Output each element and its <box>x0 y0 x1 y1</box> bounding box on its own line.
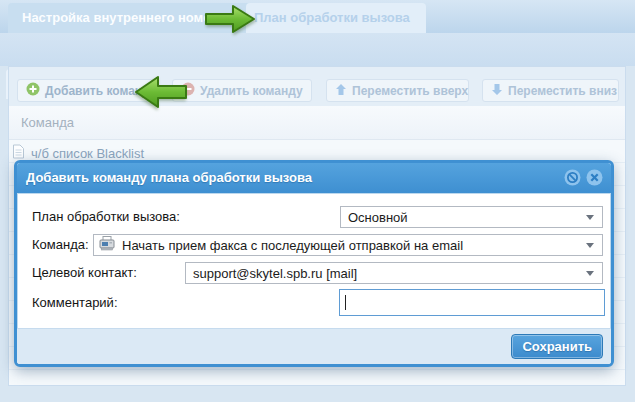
dialog-titlebar[interactable]: Добавить команду плана обработки вызова <box>17 163 611 193</box>
dialog-title: Добавить команду плана обработки вызова <box>26 170 312 185</box>
delete-command-button[interactable]: Удалить команду <box>172 79 312 102</box>
move-down-label: Переместить вниз <box>508 84 617 98</box>
comment-input[interactable] <box>339 289 605 316</box>
plan-select-value: Основной <box>341 210 586 225</box>
app-window: Настройка внутреннего номера План обрабо… <box>0 0 635 402</box>
green-arrow-right-icon <box>204 3 256 39</box>
list-item-label: ч/б список Blacklist <box>31 146 144 161</box>
target-contact-select[interactable]: support@skytel.spb.ru [mail] <box>185 262 603 284</box>
chevron-down-icon <box>586 215 594 220</box>
grid-column-header: Команда <box>9 106 625 140</box>
move-up-button[interactable]: Переместить вверх <box>326 79 469 102</box>
move-up-label: Переместить вверх <box>352 84 468 98</box>
add-circle-icon <box>26 82 40 99</box>
plan-select[interactable]: Основной <box>340 206 603 228</box>
fax-icon <box>99 236 115 255</box>
move-down-button[interactable]: Переместить вниз <box>482 79 619 102</box>
slash-circle-icon[interactable] <box>564 169 581 186</box>
add-command-dialog: Добавить команду плана обработки вызова … <box>14 160 614 367</box>
plan-field-label: План обработки вызова: <box>32 206 180 228</box>
command-select-value: Начать прием факса с последующей отправк… <box>115 238 586 253</box>
command-field-label: Команда: <box>32 234 89 256</box>
target-contact-label: Целевой контакт: <box>32 262 137 284</box>
save-button[interactable]: Сохранить <box>511 334 603 359</box>
arrow-down-icon <box>491 83 503 99</box>
close-icon[interactable] <box>586 169 603 186</box>
delete-command-label: Удалить команду <box>200 84 303 98</box>
green-arrow-left-icon <box>134 74 188 114</box>
comment-field-wrap <box>339 289 605 316</box>
command-select[interactable]: Начать прием факса с последующей отправк… <box>93 234 603 256</box>
chevron-down-icon <box>586 271 594 276</box>
plan-tabbar: Основной Work Добавить план обработки <box>0 33 635 66</box>
target-contact-value: support@skytel.spb.ru [mail] <box>186 266 586 281</box>
tab-call-processing-plan[interactable]: План обработки вызова <box>246 3 426 33</box>
text-caret <box>345 295 346 310</box>
main-tabbar: Настройка внутреннего номера План обрабо… <box>0 0 635 33</box>
arrow-up-icon <box>335 83 347 99</box>
dialog-body: План обработки вызова: Основной Команда:… <box>17 193 611 328</box>
comment-field-label: Комментарий: <box>32 292 118 314</box>
dialog-footer: Сохранить <box>17 328 611 364</box>
chevron-down-icon <box>586 243 594 248</box>
